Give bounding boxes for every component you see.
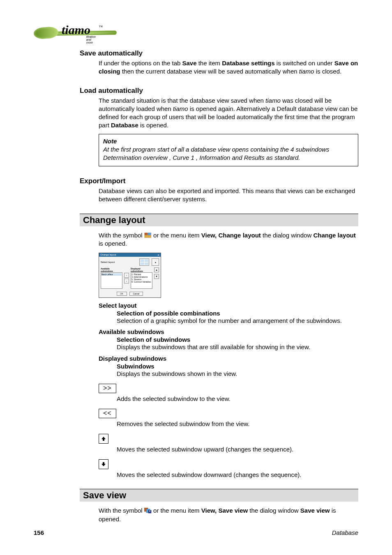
paragraph-save-view-intro: With the symbol or the menu item View, S… (99, 507, 358, 523)
desc-subwindows: Displays the subwindows shown in the vie… (117, 370, 358, 378)
text: , (169, 154, 173, 161)
move-down-button (99, 459, 108, 469)
dialog-title: Change layout (100, 253, 116, 256)
close-icon: ✕ (157, 253, 159, 256)
down-arrow-icon: ▼ (154, 274, 159, 279)
menu-item-name: View, Change layout (201, 232, 261, 239)
desc-add-subwindow: Adds the selected subwindow to the view. (117, 395, 358, 403)
select-layout-label: Select layout (101, 261, 137, 263)
subterm-selection-subwindows: Selection of subwindows (117, 336, 358, 343)
desc-move-up: Moves the selected subwindow upward (cha… (117, 445, 358, 454)
add-subwindow-button: >> (99, 384, 116, 393)
desc-selection-subwindows: Displays the subwindows that are still a… (117, 343, 358, 351)
note-callout: Note At the first program start of all a… (99, 134, 358, 167)
layout-grid-icon (139, 258, 149, 266)
displayed-subwindows-header: Displayed subwindows (131, 267, 152, 272)
heading-save-view: Save view (80, 489, 358, 502)
displayed-subwindows-list: 2. Preview 3. Determinations 5. Streams … (131, 272, 152, 289)
term-select-layout: Select layout (99, 302, 358, 309)
note-body: At the first program start of all a data… (103, 146, 329, 161)
remove-subwindow-button: << (99, 409, 116, 418)
text: or the menu item (153, 507, 201, 514)
svg-rect-3 (145, 235, 151, 237)
text: is opened. (99, 240, 127, 247)
logo-trademark: ™ (99, 25, 103, 29)
brand-logo: tiamo ™ titration and more (34, 24, 91, 42)
text: With the symbol (99, 507, 144, 514)
heading-save-automatically: Save automatically (80, 49, 358, 58)
desc-possible-combinations: Selection of a graphic symbol for the nu… (117, 317, 358, 325)
dialog-name: Save view (300, 507, 330, 514)
dialog-name: Change layout (313, 232, 355, 239)
header-logo-area: tiamo ™ titration and more (34, 24, 358, 42)
text: the dialog window (263, 232, 313, 239)
text: then the current database view will be s… (122, 68, 299, 75)
ok-button: OK (117, 292, 127, 296)
chevron-down-icon: ▾ (152, 258, 159, 266)
ui-item-name: Database settings (222, 60, 274, 67)
text: is switched on under (277, 60, 334, 67)
heading-load-automatically: Load automatically (80, 87, 358, 95)
subwindow-name: Results (244, 154, 265, 161)
page-footer: 156 Database (34, 529, 358, 536)
up-arrow-icon (101, 436, 106, 442)
move-up-button (99, 434, 108, 444)
available-subwindows-header: Available subwindows (101, 267, 122, 272)
available-subwindows-list: Batch offline (101, 272, 122, 289)
text: At the first program start of all a data… (103, 146, 329, 153)
dialog-thumbnail: Change layout ✕ Select layout ▾ Availabl… (99, 253, 161, 298)
document-page: tiamo ™ titration and more Save automati… (0, 0, 392, 555)
text: is closed. (316, 68, 342, 75)
cancel-button: Cancel (129, 292, 143, 296)
subwindow-name: Information (199, 154, 230, 161)
subterm-subwindows: Subwindows (117, 363, 358, 370)
down-arrow-icon (101, 461, 106, 467)
change-layout-icon (144, 232, 152, 238)
logo-ellipse-graphic (33, 26, 59, 39)
brand-name: tiamo (173, 105, 188, 112)
brand-name: tiamo (265, 97, 281, 104)
paragraph-change-layout-intro: With the symbol or the menu item View, C… (99, 231, 358, 248)
heading-change-layout: Change layout (80, 214, 358, 226)
dialog-titlebar: Change layout ✕ (99, 253, 161, 257)
move-left-icon: ‹ (124, 279, 129, 283)
text: or the menu item (153, 232, 201, 239)
paragraph-load-automatically: The standard situation is that the datab… (99, 97, 358, 130)
menu-item-name: View, Save view (201, 507, 248, 514)
subterm-possible-combinations: Selection of possible combinations (117, 310, 358, 317)
text: is opened. (140, 122, 168, 129)
ui-part-name: Database (111, 122, 138, 129)
list-item: Batch offline (101, 273, 122, 276)
text: With the symbol (99, 232, 144, 239)
subwindow-name: Curve 1 (173, 154, 194, 161)
svg-rect-2 (148, 233, 151, 235)
text: the item (198, 60, 222, 67)
list-item: 8. Common Variables (131, 281, 152, 283)
text: If under the options on the tab (99, 60, 182, 67)
text: as standard. (266, 154, 300, 161)
term-displayed-subwindows: Displayed subwindows (99, 355, 358, 362)
ui-tab-name: Save (182, 60, 196, 67)
save-view-icon (144, 507, 152, 513)
svg-rect-1 (145, 233, 148, 235)
note-title: Note (103, 138, 354, 145)
subwindow-name: Determination overview (103, 154, 168, 161)
footer-section-name: Database (332, 529, 358, 536)
term-available-subwindows: Available subwindows (99, 328, 358, 335)
paragraph-export-import: Database views can also be exported and … (99, 187, 358, 204)
desc-move-down: Moves the selected subwindow downward (c… (117, 471, 358, 479)
text: and (232, 154, 244, 161)
text: the dialog window (249, 507, 300, 514)
page-number: 156 (34, 529, 44, 536)
logo-tagline: titration and more (86, 35, 96, 44)
logo-text: tiamo (62, 23, 90, 37)
paragraph-save-automatically: If under the options on the tab Save the… (99, 59, 358, 76)
desc-remove-subwindow: Removes the selected subwindow from the … (117, 420, 358, 428)
up-arrow-icon: ▲ (154, 267, 159, 272)
svg-rect-7 (149, 511, 150, 511)
heading-export-import: Export/Import (80, 177, 358, 185)
brand-name: tiamo (299, 68, 314, 75)
text: The standard situation is that the datab… (99, 97, 265, 104)
move-right-icon: › (124, 273, 129, 278)
